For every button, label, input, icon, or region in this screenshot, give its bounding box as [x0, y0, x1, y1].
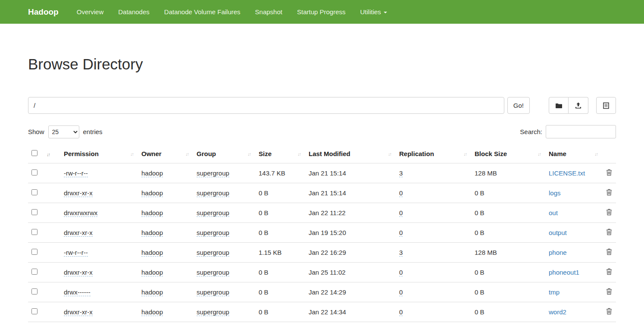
header-replication[interactable]: Replication↓↑ [396, 144, 471, 163]
row-checkbox[interactable] [31, 209, 38, 215]
replication-value[interactable]: 0 [399, 269, 403, 276]
permission-value[interactable]: drwxr-xr-x [64, 229, 93, 237]
group-value[interactable]: supergroup [197, 189, 229, 197]
row-checkbox-cell [28, 302, 43, 322]
search-input[interactable] [546, 125, 616, 138]
replication-value[interactable]: 0 [399, 189, 403, 197]
block-size-value: 128 MB [471, 163, 545, 183]
select-all-checkbox[interactable] [31, 150, 38, 156]
file-table-body: -rw-r--r-- hadoop supergroup 143.7 KB Ja… [28, 163, 616, 322]
permission-value[interactable]: -rw-r--r-- [64, 169, 88, 177]
sort-icon[interactable]: ↓↑ [594, 151, 599, 157]
brand-hadoop[interactable]: Hadoop [28, 7, 59, 17]
sort-icon[interactable]: ↓↑ [297, 151, 302, 157]
replication-value[interactable]: 3 [399, 249, 403, 257]
trash-icon[interactable] [606, 248, 612, 255]
row-checkbox[interactable] [31, 229, 38, 235]
nav-startup-progress[interactable]: Startup Progress [297, 8, 346, 16]
page-size-select[interactable]: 25 [48, 125, 79, 138]
trash-icon[interactable] [606, 169, 612, 176]
trash-icon[interactable] [606, 308, 612, 315]
nav-datanodes[interactable]: Datanodes [118, 8, 150, 16]
trash-icon[interactable] [606, 288, 612, 295]
owner-value[interactable]: hadoop [141, 308, 163, 316]
permission-value[interactable]: drwxr-xr-x [64, 308, 93, 316]
trash-icon[interactable] [606, 209, 612, 216]
group-value[interactable]: supergroup [197, 249, 229, 257]
header-owner[interactable]: Owner↓↑ [138, 144, 193, 163]
row-checkbox[interactable] [31, 269, 38, 275]
nav-utilities-dropdown[interactable]: Utilities [360, 8, 387, 16]
file-name-link[interactable]: phoneout1 [549, 269, 579, 276]
owner-value[interactable]: hadoop [141, 229, 163, 237]
go-button[interactable]: Go! [507, 97, 530, 114]
group-value[interactable]: supergroup [197, 209, 229, 217]
size-value: 0 B [255, 223, 305, 243]
upload-file-button[interactable] [569, 97, 588, 114]
owner-value[interactable]: hadoop [141, 249, 163, 257]
row-checkbox[interactable] [31, 169, 38, 175]
row-checkbox-cell [28, 243, 43, 263]
file-name-link[interactable]: word2 [549, 308, 566, 316]
group-value[interactable]: supergroup [197, 288, 229, 296]
sort-icon[interactable]: ↓↑ [538, 151, 542, 157]
row-checkbox[interactable] [31, 249, 38, 255]
trash-icon[interactable] [606, 268, 612, 275]
owner-value[interactable]: hadoop [141, 269, 163, 276]
sort-icon[interactable]: ↓↑ [47, 152, 51, 157]
row-sort-cell [43, 183, 60, 203]
permission-value[interactable]: drwxr-xr-x [64, 189, 93, 197]
replication-value[interactable]: 3 [399, 169, 403, 177]
file-name-link[interactable]: LICENSE.txt [549, 169, 585, 177]
directory-path-input[interactable] [28, 97, 504, 114]
owner-value[interactable]: hadoop [141, 189, 163, 197]
trash-icon[interactable] [606, 189, 612, 196]
nav-snapshot[interactable]: Snapshot [255, 8, 282, 16]
file-name-link[interactable]: phone [549, 249, 567, 256]
replication-value[interactable]: 0 [399, 288, 403, 296]
row-checkbox[interactable] [31, 308, 38, 314]
sort-icon[interactable]: ↓↑ [130, 151, 134, 157]
file-name-link[interactable]: output [549, 229, 567, 236]
header-name[interactable]: Name↓↑ [545, 144, 602, 163]
row-checkbox[interactable] [31, 189, 38, 195]
permission-value[interactable]: -rw-r--r-- [64, 249, 88, 257]
permission-value[interactable]: drwxr-xr-x [64, 269, 93, 276]
trash-icon[interactable] [606, 229, 612, 235]
page-title: Browse Directory [28, 56, 616, 73]
owner-value[interactable]: hadoop [141, 209, 163, 217]
sort-icon[interactable]: ↓↑ [247, 151, 252, 157]
header-group[interactable]: Group↓↑ [193, 144, 255, 163]
replication-value[interactable]: 0 [399, 308, 403, 316]
group-value[interactable]: supergroup [197, 269, 229, 276]
table-row: drwxr-xr-x hadoop supergroup 0 B Jan 19 … [28, 223, 616, 243]
page-size-control: Show 25 entries [28, 125, 103, 138]
row-sort-cell [43, 163, 60, 183]
replication-value[interactable]: 0 [399, 209, 403, 217]
permission-value[interactable]: drwxrwxrwx [64, 209, 97, 217]
sort-icon[interactable]: ↓↑ [185, 151, 190, 157]
row-checkbox[interactable] [31, 288, 38, 294]
replication-value[interactable]: 0 [399, 229, 403, 237]
file-name-link[interactable]: tmp [549, 288, 560, 296]
nav-datanode-volume-failures[interactable]: Datanode Volume Failures [164, 8, 241, 16]
owner-value[interactable]: hadoop [141, 169, 163, 177]
table-row: drwxr-xr-x hadoop supergroup 0 B Jan 25 … [28, 263, 616, 282]
header-permission[interactable]: Permission↓↑ [60, 144, 138, 163]
create-directory-button[interactable] [549, 97, 569, 114]
sort-icon[interactable]: ↓↑ [388, 151, 392, 157]
file-name-link[interactable]: out [549, 209, 558, 216]
sort-icon[interactable]: ↓↑ [463, 151, 468, 157]
owner-value[interactable]: hadoop [141, 288, 163, 296]
header-last-modified[interactable]: Last Modified↓↑ [305, 144, 396, 163]
group-value[interactable]: supergroup [197, 229, 229, 237]
cut-paste-button[interactable] [596, 97, 616, 114]
nav-overview[interactable]: Overview [77, 8, 104, 16]
block-size-value: 128 MB [471, 243, 545, 263]
file-name-link[interactable]: logs [549, 189, 561, 197]
header-block-size[interactable]: Block Size↓↑ [471, 144, 545, 163]
permission-value[interactable]: drwx------ [64, 288, 91, 296]
header-size[interactable]: Size↓↑ [255, 144, 305, 163]
group-value[interactable]: supergroup [197, 308, 229, 316]
group-value[interactable]: supergroup [197, 169, 229, 177]
